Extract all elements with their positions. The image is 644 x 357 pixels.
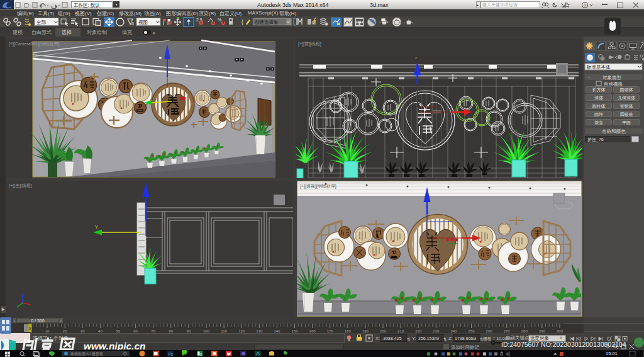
svg-text:标准基本体: 标准基本体 [586, 64, 611, 70]
svg-text:Z:: Z: [448, 336, 453, 341]
svg-text:300: 300 [557, 329, 564, 333]
svg-text:15:01: 15:01 [606, 351, 618, 356]
svg-text:[+][前][线框]: [+][前][线框] [298, 42, 321, 47]
svg-text:象棋应袭/NT播音视: 象棋应袭/NT播音视 [70, 351, 103, 356]
svg-text:256.153mr: 256.153mr [418, 336, 440, 341]
svg-text:⇅: ⇅ [407, 337, 411, 341]
svg-text:˅: ˅ [58, 4, 60, 8]
svg-text:240: 240 [450, 329, 457, 333]
svg-text:160: 160 [309, 329, 316, 333]
svg-text:140: 140 [274, 329, 280, 333]
svg-text:[+][左][线框]: [+][左][线框] [9, 183, 32, 188]
svg-text:60: 60 [133, 329, 138, 333]
svg-text:190: 190 [362, 329, 369, 333]
svg-text:100: 100 [203, 329, 210, 333]
svg-text:20: 20 [63, 329, 67, 333]
svg-text:230: 230 [433, 329, 440, 333]
svg-text:180: 180 [345, 329, 352, 333]
svg-text:X:: X: [375, 336, 380, 341]
svg-text:z: z [415, 56, 417, 60]
svg-text:110: 110 [221, 329, 227, 333]
svg-text:-: - [588, 74, 590, 80]
svg-text:200: 200 [380, 329, 387, 333]
svg-text:Y:: Y: [412, 336, 416, 341]
svg-text:10: 10 [45, 329, 50, 333]
svg-text:290: 290 [539, 329, 546, 333]
svg-text:280: 280 [521, 329, 528, 333]
svg-text:%: % [218, 18, 221, 22]
svg-text:-3088.425: -3088.425 [382, 336, 402, 341]
svg-text:70: 70 [151, 329, 155, 333]
svg-text:150: 150 [291, 329, 298, 333]
svg-text:90: 90 [187, 329, 191, 333]
svg-text:˅: ˅ [47, 4, 49, 8]
svg-text:250: 250 [468, 329, 475, 333]
svg-text:220: 220 [415, 329, 422, 333]
svg-text:30: 30 [80, 329, 85, 333]
svg-text:130: 130 [256, 329, 263, 333]
svg-text:[+][Camera001][明暗处理]: [+][Camera001][明暗处理] [9, 42, 59, 47]
svg-text:对象类型: 对象类型 [602, 75, 622, 81]
svg-text:⇅: ⇅ [443, 337, 447, 341]
svg-text:视图: 视图 [138, 20, 148, 25]
svg-text:270: 270 [504, 329, 511, 333]
svg-text:Ps: Ps [169, 352, 174, 356]
svg-text:创建选择集: 创建选择集 [255, 20, 279, 25]
svg-text:80: 80 [169, 329, 173, 333]
svg-text:50: 50 [116, 329, 120, 333]
svg-text:210: 210 [397, 329, 404, 333]
svg-text:?: ? [584, 3, 586, 8]
svg-text:[+][透视][明暗处理]: [+][透视][明暗处理] [300, 184, 336, 189]
svg-text:260: 260 [486, 329, 493, 333]
svg-text:40: 40 [98, 329, 103, 333]
svg-text:1738.666м: 1738.666м [455, 336, 476, 341]
svg-text:Y: Y [95, 225, 98, 229]
svg-text:120: 120 [238, 329, 245, 333]
svg-text:170: 170 [327, 329, 334, 333]
svg-text:{: { [242, 19, 243, 25]
svg-text:全部: 全部 [36, 20, 47, 25]
